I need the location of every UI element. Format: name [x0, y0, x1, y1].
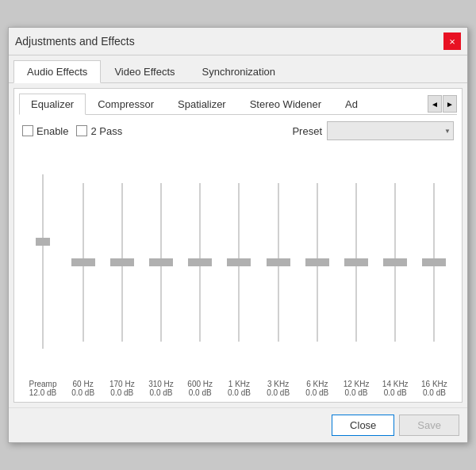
preamp-thumb[interactable] — [36, 238, 50, 246]
freq-thumb-1[interactable] — [110, 258, 134, 266]
tab-synchronization[interactable]: Synchronization — [189, 60, 290, 82]
freq-thumb-5[interactable] — [267, 258, 290, 266]
freq-thumb-3[interactable] — [188, 258, 212, 266]
freq-col-2: 310 Hz0.0 dB — [141, 147, 180, 397]
tab-stereo-widener[interactable]: Stereo Widener — [238, 94, 333, 114]
twopass-checkbox[interactable] — [76, 125, 87, 136]
freq-thumb-9[interactable] — [422, 258, 446, 266]
freq-label-0: 60 Hz — [73, 380, 94, 388]
controls-row: Enable 2 Pass Preset — [19, 115, 457, 143]
freq-db-1: 0.0 dB — [110, 388, 133, 397]
freq-track-9 — [433, 183, 435, 342]
freq-slider-area-6 — [298, 147, 336, 378]
preamp-label: Preamp — [29, 380, 56, 388]
freq-slider-area-4 — [220, 147, 259, 378]
preamp-column: Preamp 12.0 dB — [22, 147, 63, 397]
tab-nav-right[interactable]: ► — [443, 95, 457, 113]
freq-track-1 — [121, 183, 123, 342]
freq-thumb-2[interactable] — [149, 258, 173, 266]
tab-ad[interactable]: Ad — [333, 94, 370, 114]
freq-label-8: 14 KHz — [382, 380, 409, 388]
freq-col-1: 170 Hz0.0 dB — [102, 147, 141, 397]
freq-thumb-0[interactable] — [71, 258, 95, 266]
freq-slider-area-9 — [415, 147, 454, 378]
freq-col-5: 3 KHz0.0 dB — [259, 147, 298, 397]
preamp-labels: Preamp 12.0 dB — [29, 380, 56, 397]
freq-track-5 — [278, 183, 279, 342]
freq-label-1: 170 Hz — [109, 380, 135, 388]
preset-label: Preset — [292, 125, 322, 137]
freq-db-8: 0.0 dB — [384, 388, 407, 397]
freq-track-3 — [199, 183, 201, 342]
freq-db-9: 0.0 dB — [423, 388, 446, 397]
freq-db-7: 0.0 dB — [345, 388, 368, 397]
tab-nav-arrows: ◄ ► — [428, 95, 457, 113]
preset-wrap: Preset — [292, 121, 454, 140]
freq-label-6: 6 KHz — [306, 380, 328, 388]
freq-label-9: 16 KHz — [421, 380, 447, 388]
freq-track-4 — [238, 183, 240, 342]
freq-label-3: 600 Hz — [187, 380, 213, 388]
freq-col-0: 60 Hz0.0 dB — [63, 147, 102, 397]
twopass-label: 2 Pass — [90, 125, 122, 137]
freq-slider-area-8 — [376, 147, 415, 378]
freq-label-5: 3 KHz — [267, 380, 289, 388]
freq-thumb-8[interactable] — [383, 258, 407, 266]
preamp-track — [42, 174, 44, 349]
window-close-button[interactable]: × — [443, 32, 461, 50]
freq-db-4: 0.0 dB — [228, 388, 251, 397]
preamp-slider-wrap — [42, 147, 44, 376]
save-button[interactable]: Save — [399, 415, 459, 436]
freq-slider-area-3 — [181, 147, 220, 378]
freq-slider-area-1 — [102, 147, 141, 378]
freq-col-9: 16 KHz0.0 dB — [415, 147, 454, 397]
freq-slider-area-2 — [141, 147, 180, 378]
enable-label: Enable — [36, 125, 68, 137]
close-button[interactable]: Close — [332, 415, 394, 436]
freq-db-2: 0.0 dB — [150, 388, 173, 397]
title-bar: Adjustments and Effects × — [9, 28, 467, 55]
freq-thumb-7[interactable] — [344, 258, 368, 266]
freq-thumb-4[interactable] — [227, 258, 251, 266]
tab-equalizer[interactable]: Equalizer — [19, 94, 86, 115]
tab-video-effects[interactable]: Video Effects — [101, 60, 188, 82]
freq-thumb-6[interactable] — [305, 258, 329, 266]
freq-col-3: 600 Hz0.0 dB — [181, 147, 220, 397]
footer: Close Save — [9, 407, 467, 442]
freq-track-6 — [317, 183, 318, 342]
freq-col-4: 1 KHz0.0 dB — [220, 147, 259, 397]
freq-db-0: 0.0 dB — [71, 388, 94, 397]
twopass-wrap: 2 Pass — [76, 125, 122, 137]
freq-track-2 — [160, 183, 162, 342]
preamp-db: 12.0 dB — [29, 388, 56, 397]
freq-db-3: 0.0 dB — [189, 388, 212, 397]
freq-slider-area-0 — [63, 147, 102, 378]
freq-label-2: 310 Hz — [148, 380, 174, 388]
tab-audio-effects[interactable]: Audio Effects — [13, 60, 101, 83]
freq-db-5: 0.0 dB — [267, 388, 290, 397]
freq-track-8 — [394, 183, 396, 342]
preset-select-wrapper — [327, 121, 454, 140]
inner-tabs: Equalizer Compressor Spatializer Stereo … — [19, 94, 457, 115]
window-title: Adjustments and Effects — [15, 35, 135, 48]
freq-db-6: 0.0 dB — [305, 388, 328, 397]
tab-compressor[interactable]: Compressor — [86, 94, 166, 114]
freq-slider-area-5 — [259, 147, 298, 378]
freq-slider-area-7 — [336, 147, 375, 378]
freq-columns: 60 Hz0.0 dB170 Hz0.0 dB310 Hz0.0 dB600 H… — [63, 147, 454, 397]
freq-label-7: 12 KHz — [344, 380, 370, 388]
equalizer-area: Preamp 12.0 dB 60 Hz0.0 dB170 Hz0.0 dB31… — [19, 143, 457, 397]
freq-track-0 — [83, 183, 84, 342]
enable-wrap: Enable — [22, 125, 68, 137]
enable-checkbox[interactable] — [22, 125, 33, 136]
main-window: Adjustments and Effects × Audio Effects … — [8, 27, 468, 443]
freq-col-6: 6 KHz0.0 dB — [298, 147, 336, 397]
freq-col-8: 14 KHz0.0 dB — [376, 147, 415, 397]
content-area: Equalizer Compressor Spatializer Stereo … — [13, 88, 463, 403]
freq-label-4: 1 KHz — [228, 380, 250, 388]
preset-select[interactable] — [327, 121, 454, 140]
freq-track-7 — [355, 183, 357, 342]
tab-spatializer[interactable]: Spatializer — [166, 94, 238, 114]
freq-col-7: 12 KHz0.0 dB — [336, 147, 375, 397]
tab-nav-left[interactable]: ◄ — [428, 95, 442, 113]
